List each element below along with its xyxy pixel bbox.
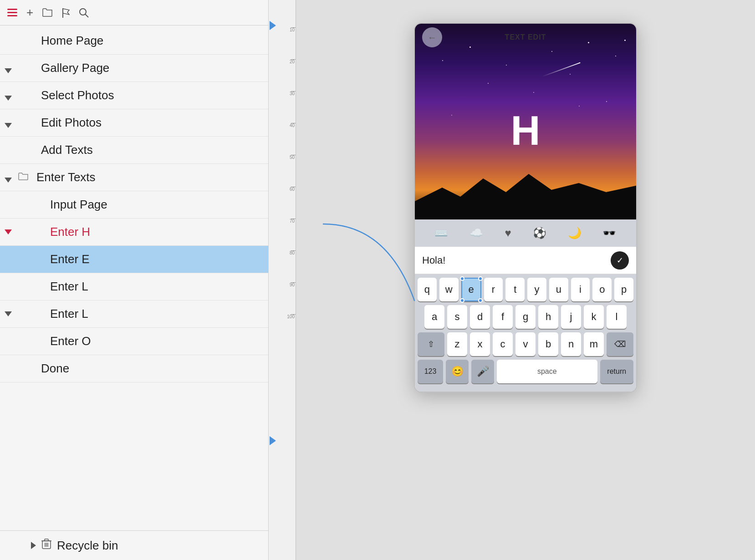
key-m[interactable]: m <box>584 332 604 356</box>
recycle-bin-icon <box>41 539 51 552</box>
key-v[interactable]: v <box>515 332 536 356</box>
kb-row-1: q w e r t y u i o p <box>418 278 633 301</box>
enter-l-1-label: Enter L <box>50 280 88 294</box>
handle-tr <box>478 276 483 281</box>
gallery-page-label: Gallery Page <box>41 61 109 75</box>
key-space[interactable]: space <box>497 360 597 383</box>
key-b[interactable]: b <box>538 332 558 356</box>
ruler-mark-50: 50 <box>290 155 295 160</box>
ruler-tick-40 <box>291 123 296 123</box>
key-e[interactable]: e <box>461 278 481 301</box>
ruler-tick-90 <box>291 282 296 283</box>
key-shift[interactable]: ⇧ <box>418 332 444 356</box>
check-icon: ✓ <box>617 255 623 265</box>
key-k[interactable]: k <box>584 305 604 329</box>
ruler-mark-20: 20 <box>290 59 295 64</box>
key-delete[interactable]: ⌫ <box>607 332 633 356</box>
key-l[interactable]: l <box>607 305 627 329</box>
key-numbers[interactable]: 123 <box>418 360 443 383</box>
sidebar-item-enter-texts[interactable]: Enter Texts <box>0 164 268 191</box>
ruler-tick-10 <box>291 27 296 28</box>
home-page-label: Home Page <box>41 34 103 48</box>
key-q[interactable]: q <box>418 278 437 301</box>
sidebar-item-add-texts[interactable]: Add Texts <box>0 137 268 164</box>
svg-line-5 <box>85 14 88 17</box>
key-a[interactable]: a <box>424 305 444 329</box>
key-g[interactable]: g <box>515 305 536 329</box>
heart-emoji-icon[interactable]: ♥ <box>505 227 511 239</box>
enter-texts-label: Enter Texts <box>36 170 96 184</box>
keyboard: q w e r t y u i o p a s <box>415 274 636 392</box>
key-z[interactable]: z <box>447 332 467 356</box>
screen-title: TEXT EDIT <box>442 33 609 41</box>
kb-row-3: ⇧ z x c v b n m ⌫ <box>418 332 633 356</box>
folder-icon[interactable] <box>42 8 52 17</box>
sidebar-item-enter-o[interactable]: Enter O <box>0 328 268 355</box>
soccer-emoji-icon[interactable]: ⚽ <box>533 227 546 239</box>
key-f[interactable]: f <box>493 305 513 329</box>
plus-icon[interactable]: + <box>26 5 33 20</box>
list-icon[interactable] <box>7 9 17 17</box>
key-x[interactable]: x <box>470 332 490 356</box>
cloud-emoji-icon[interactable]: ☁️ <box>469 227 483 239</box>
text-field-value[interactable]: Hola! <box>422 255 606 266</box>
mountain-silhouette <box>415 165 636 219</box>
key-i[interactable]: i <box>571 278 590 301</box>
key-j[interactable]: j <box>561 305 581 329</box>
done-label: Done <box>41 361 69 376</box>
sidebar-item-select-photos[interactable]: Select Photos <box>0 82 268 109</box>
svg-point-4 <box>80 9 86 15</box>
ruler-tick-30 <box>291 91 296 92</box>
key-o[interactable]: o <box>592 278 612 301</box>
search-icon[interactable] <box>79 8 89 18</box>
sidebar-item-enter-l-1[interactable]: Enter L <box>0 273 268 300</box>
check-button[interactable]: ✓ <box>611 251 629 270</box>
key-y[interactable]: y <box>527 278 546 301</box>
key-t[interactable]: t <box>505 278 525 301</box>
ruler-tick-70 <box>291 219 296 219</box>
key-mic[interactable]: 🎤 <box>471 360 494 383</box>
sidebar-toolbar: + <box>0 0 268 25</box>
back-button[interactable]: ← <box>422 27 442 47</box>
sidebar-item-enter-h[interactable]: Enter H <box>0 219 268 246</box>
flag-icon[interactable] <box>61 8 70 18</box>
key-s[interactable]: s <box>447 305 467 329</box>
ruler-tick-20 <box>291 59 296 60</box>
enter-e-label: Enter E <box>50 252 90 266</box>
enter-l-2-label: Enter L <box>50 307 88 321</box>
recycle-bin[interactable]: Recycle bin <box>0 530 268 560</box>
glasses-emoji-icon[interactable]: 🕶️ <box>602 227 616 239</box>
key-d[interactable]: d <box>470 305 490 329</box>
ruler-tick-100 <box>291 314 296 315</box>
sidebar-item-input-page[interactable]: Input Page <box>0 191 268 219</box>
sidebar-item-done[interactable]: Done <box>0 355 268 382</box>
key-n[interactable]: n <box>561 332 581 356</box>
recycle-bin-label: Recycle bin <box>57 539 118 553</box>
key-c[interactable]: c <box>493 332 513 356</box>
ruler-arrow-top <box>270 21 276 30</box>
key-r[interactable]: r <box>484 278 503 301</box>
sidebar-item-enter-l-2[interactable]: Enter L <box>0 300 268 328</box>
sidebar-item-gallery-page[interactable]: Gallery Page <box>0 55 268 82</box>
key-p[interactable]: p <box>614 278 633 301</box>
enter-o-label: Enter O <box>50 334 91 348</box>
svg-rect-1 <box>7 12 17 13</box>
ruler: 10 20 30 40 50 60 70 80 90 100 <box>269 0 296 560</box>
keyboard-emoji-icon[interactable]: ⌨️ <box>434 227 448 239</box>
ruler-mark-30: 30 <box>290 91 295 96</box>
key-u[interactable]: u <box>549 278 568 301</box>
key-w[interactable]: w <box>439 278 459 301</box>
edit-photos-label: Edit Photos <box>41 116 102 130</box>
kb-row-4: 123 😊 🎤 space return <box>418 360 633 383</box>
key-emoji[interactable]: 😊 <box>446 360 469 383</box>
sidebar-item-enter-e[interactable]: Enter E <box>0 246 268 273</box>
moon-emoji-icon[interactable]: 🌙 <box>568 227 582 239</box>
key-return[interactable]: return <box>600 360 634 383</box>
key-h[interactable]: h <box>538 305 558 329</box>
sidebar-item-home-page[interactable]: Home Page <box>0 27 268 55</box>
sidebar-list: Home Page Gallery Page Select Photos Edi… <box>0 25 268 530</box>
sidebar-item-edit-photos[interactable]: Edit Photos <box>0 109 268 137</box>
add-texts-label: Add Texts <box>41 143 93 157</box>
ruler-arrow-bottom <box>270 436 276 445</box>
ruler-tick-50 <box>291 155 296 155</box>
